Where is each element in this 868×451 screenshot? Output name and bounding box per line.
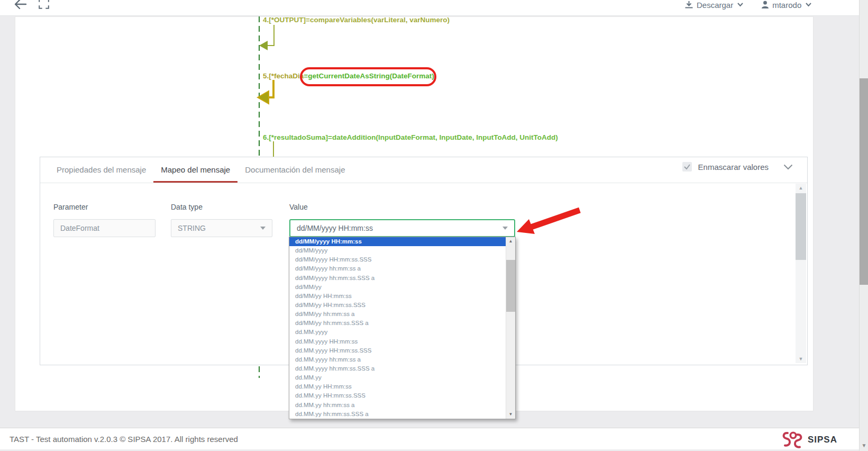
dropdown-option[interactable]: dd/MM/yyyy <box>289 246 506 255</box>
column-label-datatype: Data type <box>171 203 203 211</box>
sipsa-brand: SIPSA <box>780 430 837 449</box>
dropdown-option[interactable]: dd.MM.yy HH:mm:ss.SSS <box>289 391 506 400</box>
parameter-value: DateFormat <box>60 224 99 232</box>
chevron-down-icon <box>806 3 811 7</box>
download-label: Descargar <box>697 1 733 10</box>
back-arrow-icon[interactable] <box>12 0 28 11</box>
dropdown-option[interactable]: dd.MM.yyyy hh:mm:ss.SSS a <box>289 364 506 373</box>
dropdown-option[interactable]: dd/MM/yyyy HH:mm:ss <box>289 237 506 246</box>
flow-connector-line <box>259 366 260 378</box>
dropdown-option[interactable]: dd.MM.yy HH:mm:ss <box>289 382 506 391</box>
caret-down-icon <box>502 227 508 230</box>
footer: TAST - Test automation v.2.0.3 © SIPSA 2… <box>0 428 868 449</box>
dropdown-option[interactable]: dd/MM/yyyy hh:mm:ss a <box>289 264 506 273</box>
user-icon <box>761 1 769 9</box>
scroll-up-arrow[interactable]: ▲ <box>506 237 515 246</box>
column-label-value: Value <box>289 203 308 211</box>
dropdown-options: dd/MM/yyyy HH:mm:ssdd/MM/yyyydd/MM/yyyy … <box>289 237 506 419</box>
tab-propiedades[interactable]: Propiedades del mensaje <box>49 157 153 183</box>
download-icon <box>684 1 693 10</box>
page-scrollbar: ▼ <box>859 0 868 451</box>
scroll-up-arrow[interactable]: ▲ <box>796 184 806 192</box>
dropdown-scrollbar: ▲ ▼ <box>506 237 515 419</box>
datatype-select[interactable]: STRING <box>171 219 272 237</box>
parameter-input[interactable]: DateFormat <box>53 219 156 237</box>
page-scroll-down-arrow[interactable]: ▼ <box>860 441 868 450</box>
mask-values-group: Enmascarar valores <box>682 162 768 172</box>
caret-down-icon <box>260 227 266 230</box>
user-menu-button[interactable]: mtarodo <box>761 1 811 10</box>
dropdown-option[interactable]: dd/MM/yyyy HH:mm:ss.SSS <box>289 255 506 264</box>
username-label: mtarodo <box>772 1 801 10</box>
flow-step-5-prefix: 5.[*fechaDia <box>263 72 304 80</box>
datatype-value: STRING <box>178 224 206 232</box>
tab-documentacion[interactable]: Documentación del mensaje <box>237 157 352 183</box>
dropdown-option[interactable]: dd/MM/yy HH:mm:ss.SSS <box>289 301 506 310</box>
scroll-down-arrow[interactable]: ▼ <box>796 355 806 363</box>
scrollbar-thumb[interactable] <box>796 193 806 260</box>
download-button[interactable]: Descargar <box>684 1 743 10</box>
sipsa-logo-icon <box>780 430 805 449</box>
flow-step-6-text: 6.[*resultadoSuma]=dateAddition(InputDat… <box>263 133 558 141</box>
collapse-panel-chevron-icon[interactable] <box>783 164 793 170</box>
scroll-down-arrow[interactable]: ▼ <box>506 410 515 419</box>
copyright-text: TAST - Test automation v.2.0.3 © SIPSA 2… <box>10 435 238 444</box>
flow-step-4-text: 4.[*OUTPUT]=compareVariables(varLiteral,… <box>263 16 450 24</box>
brand-name: SIPSA <box>808 435 837 445</box>
top-bar: Descargar mtarodo <box>0 0 868 16</box>
dropdown-option[interactable]: dd.MM.yyyy hh:mm:ss a <box>289 355 506 364</box>
dropdown-option[interactable]: dd/MM/yy hh:mm:ss.SSS a <box>289 319 506 328</box>
dropdown-option[interactable]: dd.MM.yyyy HH:mm:ss <box>289 337 506 346</box>
value-selected-text: dd/MM/yyyy HH:mm:ss <box>297 224 373 232</box>
dropdown-option[interactable]: dd.MM.yyyy HH:mm:ss.SSS <box>289 346 506 355</box>
annotation-highlight-oval <box>300 67 436 86</box>
dropdown-option[interactable]: dd/MM/yy hh:mm:ss a <box>289 310 506 319</box>
tab-mapeo[interactable]: Mapeo del mensaje <box>153 157 237 183</box>
value-dropdown-list: dd/MM/yyyy HH:mm:ssdd/MM/yyyydd/MM/yyyy … <box>289 237 516 419</box>
dropdown-option[interactable]: dd.MM.yyyy <box>289 328 506 337</box>
panel-scrollbar: ▲ ▼ <box>796 184 806 363</box>
dropdown-option[interactable]: dd.MM.yy hh:mm:ss.SSS a <box>289 410 506 419</box>
check-icon <box>683 164 691 170</box>
fullscreen-icon[interactable] <box>38 0 50 10</box>
mask-values-label: Enmascarar valores <box>698 163 769 172</box>
dropdown-option[interactable]: dd/MM/yy HH:mm:ss <box>289 292 506 301</box>
dropdown-option[interactable]: dd.MM.yy hh:mm:ss a <box>289 401 506 410</box>
header-actions: Descargar mtarodo <box>684 0 811 13</box>
mask-values-checkbox[interactable] <box>682 162 692 172</box>
app-screen: Descargar mtarodo <box>0 0 868 451</box>
flow-step-6[interactable]: 6.[*resultadoSuma]=dateAddition(InputDat… <box>263 133 558 141</box>
flow-step-4[interactable]: 4.[*OUTPUT]=compareVariables(varLiteral,… <box>263 16 450 24</box>
dropdown-option[interactable]: dd/MM/yyyy hh:mm:ss.SSS a <box>289 274 506 283</box>
value-combobox[interactable]: dd/MM/yyyy HH:mm:ss <box>289 219 515 237</box>
tab-bar: Propiedades del mensaje Mapeo del mensaj… <box>40 157 807 183</box>
page-scrollbar-thumb[interactable] <box>860 78 868 285</box>
dropdown-option[interactable]: dd.MM.yy <box>289 373 506 382</box>
scrollbar-thumb[interactable] <box>506 260 515 312</box>
dropdown-option[interactable]: dd/MM/yy <box>289 283 506 292</box>
column-label-parameter: Parameter <box>53 203 88 211</box>
chevron-down-icon <box>737 3 743 7</box>
